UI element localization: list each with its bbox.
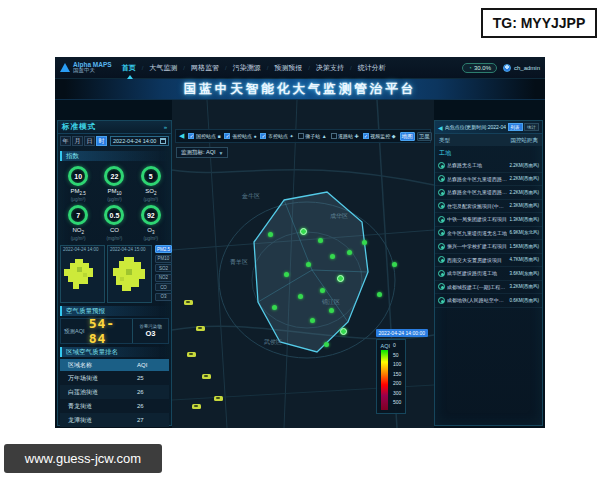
gauge-so2[interactable]: 5 SO2 (μg/m³) (133, 164, 169, 203)
concentration-minimaps: 2022-04-24 14:00 2022-04-24 15:00 (58, 243, 171, 303)
site-watermark: www.guess-jcw.com (4, 444, 162, 473)
filter-micro-stations[interactable]: 微子站▲ (298, 133, 327, 139)
pollutant-tab-so2[interactable]: SO2 (155, 264, 172, 272)
table-row[interactable]: 龙潭街道 27 (60, 413, 169, 427)
vehicle-icon[interactable] (196, 326, 205, 331)
nav-decision-support[interactable]: 决策支持 (302, 63, 344, 73)
pollutant-tab-pm10[interactable]: PM10 (155, 255, 172, 263)
aqi-colorbar-icon (381, 350, 388, 410)
aqi-marker[interactable] (320, 288, 325, 293)
table-row[interactable]: 青龙街道 26 (60, 399, 169, 413)
vehicle-icon[interactable] (192, 404, 201, 409)
aqi-marker[interactable] (347, 250, 352, 255)
user-menu[interactable]: ch_admin (503, 64, 540, 72)
filter-video-monitor[interactable]: 视频监控◆ (363, 133, 396, 139)
vehicle-icon[interactable] (187, 352, 196, 357)
minimap-current[interactable]: 2022-04-24 14:00 (60, 245, 105, 303)
pollutant-tab-pm25[interactable]: PM2.5 (155, 245, 172, 253)
site-row[interactable]: 成华区建设路街道工地 3.6KM(东南风) (435, 267, 542, 281)
gauge-o3[interactable]: 92 O3 (μg/m³) (133, 203, 169, 242)
vehicle-icon[interactable] (202, 374, 211, 379)
aqi-marker[interactable] (330, 254, 335, 259)
filter-road-stations[interactable]: 道路站✚ (331, 133, 359, 139)
map-canvas[interactable]: 金牛区 成华区 青羊区 锦江区 武侯区 (172, 100, 434, 428)
aqi-marker[interactable] (362, 240, 367, 245)
collapse-arrow-icon[interactable]: ◀ (438, 124, 443, 131)
pollutant-tab-no2[interactable]: NO2 (155, 274, 172, 282)
filter-national-stations[interactable]: 国控站点■ (188, 133, 220, 139)
time-granularity-row: 年 月 日 时 2022-04-24 14:00 (58, 134, 171, 148)
nav-forecast[interactable]: 预测预报 (261, 63, 303, 73)
pollutant-gauges: 10 PM2.5 (μg/m³) 22 PM10 (μg/m³) 5 SO2 (… (58, 163, 171, 243)
zoom-level-badge[interactable]: ◔ 30.0% (462, 63, 497, 73)
title-banner: 国蓝中天智能化大气监测管治平台 (55, 79, 545, 100)
nav-pollution-trace[interactable]: 污染溯源 (219, 63, 261, 73)
filter-city-stations[interactable]: 市控站点✦ (260, 133, 293, 139)
section-ranking-label: 区域空气质量排名 (60, 347, 169, 357)
aqi-marker[interactable] (337, 275, 344, 282)
table-row[interactable]: 万年场街道 25 (60, 371, 169, 385)
aqi-marker[interactable] (306, 262, 311, 267)
mode-header[interactable]: 标准模式 » (58, 121, 171, 134)
filter-provincial-stations[interactable]: 省控站点● (224, 133, 256, 139)
aqi-marker[interactable] (377, 292, 382, 297)
aqi-marker[interactable] (300, 228, 307, 235)
aqi-marker[interactable] (324, 342, 329, 347)
collapse-arrow-icon[interactable]: ◀ (179, 132, 184, 140)
aqi-marker[interactable] (392, 262, 397, 267)
nav-home[interactable]: 首页 (122, 63, 136, 73)
gauge-co[interactable]: 0.5 CO (mg/m³) (96, 203, 132, 242)
time-unit-day[interactable]: 日 (84, 136, 95, 146)
nav-grid-supervision[interactable]: 网格监管 (177, 63, 219, 73)
pollutant-tab-co[interactable]: CO (155, 283, 172, 291)
site-row[interactable]: 丛森路金牛区九里堤西路工地 2.2KM(西南风) (435, 186, 542, 200)
table-row[interactable]: 白莲池街道 26 (60, 385, 169, 399)
pollutant-tab-o3[interactable]: O3 (155, 293, 172, 301)
aqi-marker[interactable] (329, 308, 334, 313)
time-unit-hour[interactable]: 时 (96, 136, 107, 146)
site-row[interactable]: 住宅及配套设施项目(中国铁建华500项目) 2.3KM(西南风) (435, 200, 542, 214)
metric-dropdown[interactable]: 监测指标: AQI ▼ (176, 147, 228, 158)
checkbox-icon (363, 133, 369, 139)
camera-icon (438, 243, 445, 250)
stats-view-button[interactable]: 统计 (524, 123, 539, 131)
satellite-view-button[interactable]: 卫星 (417, 132, 432, 141)
list-view-button[interactable]: 列表 (508, 123, 523, 131)
site-row[interactable]: 金牛区九里堤街道无名工地 6.9KM(东北风) (435, 227, 542, 241)
avatar-icon (503, 64, 511, 72)
site-row[interactable]: 成都城投建工(一期)工程西工区朗大公馆 3.2KM(西南风) (435, 281, 542, 295)
map-view-button[interactable]: 地图 (400, 132, 415, 141)
aqi-marker[interactable] (272, 305, 277, 310)
gauge-no2[interactable]: 7 NO2 (μg/m³) (60, 203, 96, 242)
site-row[interactable]: 西南交大安置房建设项目 4.7KM(西南风) (435, 254, 542, 268)
checkbox-icon (331, 133, 337, 139)
aqi-marker[interactable] (318, 238, 323, 243)
top-navbar: Alpha MAPS 国蓝中天 首页 大气监测 网格监管 污染溯源 预测预报 决… (55, 57, 545, 79)
site-group-label[interactable]: 工地 (435, 146, 542, 159)
site-row[interactable]: 振兴一中学校扩建工程项目 1.5KM(西南风) (435, 240, 542, 254)
main-nav: 首页 大气监测 网格监管 污染溯源 预测预报 决策支持 统计分析 (122, 63, 386, 73)
camera-icon (438, 216, 445, 223)
site-list-columns: 类型 国控站距离 (435, 134, 542, 146)
vehicle-icon[interactable] (214, 396, 223, 401)
time-unit-year[interactable]: 年 (60, 136, 71, 146)
gauge-pm25[interactable]: 10 PM2.5 (μg/m³) (60, 164, 96, 203)
district-label: 锦江区 (322, 298, 340, 307)
vehicle-icon[interactable] (184, 300, 193, 305)
site-row[interactable]: 丛森路无名工地 2.2KM(西南风) (435, 159, 542, 173)
nav-statistics[interactable]: 统计分析 (344, 63, 386, 73)
aqi-marker[interactable] (268, 232, 273, 237)
minimap-forecast[interactable]: 2022-04-24 15:00 (107, 245, 152, 303)
aqi-marker[interactable] (340, 328, 347, 335)
site-row[interactable]: 丛森路金牛区九里堤西路无名工地 2.2KM(西南风) (435, 173, 542, 187)
site-row[interactable]: 中铁一局集团建设工程项目 1.3KM(西南风) (435, 213, 542, 227)
nav-air-monitor[interactable]: 大气监测 (136, 63, 178, 73)
time-unit-month[interactable]: 月 (72, 136, 83, 146)
aqi-marker[interactable] (298, 294, 303, 299)
datetime-input[interactable]: 2022-04-24 14:00 (110, 136, 169, 146)
site-row[interactable]: 成都地铁(人民路站至中环一期段)市政工程 0.6KM(西南风) (435, 294, 542, 308)
gauge-pm10[interactable]: 22 PM10 (μg/m³) (96, 164, 132, 203)
chevron-right-icon: » (164, 124, 167, 130)
aqi-marker[interactable] (310, 318, 315, 323)
aqi-marker[interactable] (284, 272, 289, 277)
